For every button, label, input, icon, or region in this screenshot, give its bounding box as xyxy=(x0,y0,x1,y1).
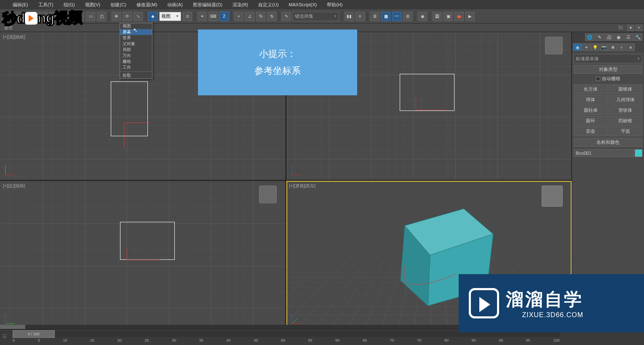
snap-2d-icon[interactable]: 2 xyxy=(219,12,229,21)
menu-custom[interactable]: 自定义(U) xyxy=(256,1,281,9)
tick: 65 xyxy=(363,338,367,344)
render-icon[interactable]: 🫖 xyxy=(454,12,464,21)
pin-icon[interactable]: • xyxy=(636,25,642,31)
pivot-icon[interactable]: ⊙ xyxy=(183,12,192,21)
object-name-input[interactable]: Box001 xyxy=(574,149,634,157)
menu-edit[interactable]: 编辑(E) xyxy=(10,1,31,9)
menu-tools[interactable]: 工具(T) xyxy=(36,1,56,9)
tab-edit-icon[interactable]: ✎ xyxy=(595,33,604,41)
tick: 60 xyxy=(335,338,339,344)
viewcube-icon[interactable] xyxy=(542,186,563,207)
ref-coord-dropdown[interactable]: 视图 xyxy=(159,12,181,21)
btn-sphere[interactable]: 球体 xyxy=(574,95,608,105)
scale-icon[interactable]: ⤡ xyxy=(134,12,143,21)
btn-torus[interactable]: 圆环 xyxy=(574,116,608,126)
move-icon[interactable]: ✥ xyxy=(112,12,121,21)
cursor-icon: ↖ xyxy=(133,27,138,33)
tick: 55 xyxy=(308,338,313,344)
ref-coord-icon[interactable]: ◈ xyxy=(148,12,158,21)
dd-option-local[interactable]: 局部 xyxy=(120,47,152,53)
btn-teapot[interactable]: 茶壶 xyxy=(574,127,608,136)
spinner-snap-icon[interactable]: ⇅ xyxy=(267,12,276,21)
sub-lights-icon[interactable]: 💡 xyxy=(591,43,599,51)
btn-cylinder[interactable]: 圆柱体 xyxy=(574,105,608,115)
graphite-icon[interactable]: ▦ xyxy=(381,12,390,21)
dd-option-grid[interactable]: 栅格 xyxy=(120,59,152,65)
btn-plane[interactable]: 平面 xyxy=(609,127,643,136)
viewcube-icon[interactable] xyxy=(545,37,563,54)
btn-tube[interactable]: 管状体 xyxy=(609,105,643,115)
layer-icon[interactable]: ≣ xyxy=(370,12,379,21)
btn-geosphere[interactable]: 几何球体 xyxy=(609,95,643,105)
rotate-icon[interactable]: ⟳ xyxy=(123,12,132,21)
sub-geometry-icon[interactable]: ◉ xyxy=(573,43,582,51)
curve-editor-icon[interactable]: 〰 xyxy=(392,12,401,21)
brand-play-icon xyxy=(469,288,499,318)
render-frame-icon[interactable]: ▣ xyxy=(444,12,453,21)
tab-display-icon[interactable]: ☰ xyxy=(624,33,633,41)
sub-space-icon[interactable]: ≈ xyxy=(617,43,626,51)
category-dropdown[interactable]: 标准基本体 xyxy=(574,54,642,63)
object-color-swatch[interactable] xyxy=(635,149,642,157)
section-name-color[interactable]: 名称和颜色 xyxy=(574,138,642,147)
menu-view[interactable]: 视图(V) xyxy=(83,1,103,9)
menu-modifier[interactable]: 修改器(M) xyxy=(134,1,160,9)
btn-cone[interactable]: 圆锥体 xyxy=(609,84,643,94)
dd-option-parent[interactable]: 父对象 xyxy=(120,41,152,47)
sub-systems-icon[interactable]: ∗ xyxy=(626,43,635,51)
tick: 25 xyxy=(144,338,149,344)
axis-gizmo-icon xyxy=(4,313,16,325)
dd-option-pick[interactable]: 拾取 xyxy=(120,73,152,78)
sub-shapes-icon[interactable]: ✶ xyxy=(582,43,591,51)
viewcube-icon[interactable] xyxy=(259,186,277,203)
tick: 40 xyxy=(227,338,231,344)
tip-line1: 小提示： xyxy=(259,48,296,60)
btn-box[interactable]: 长方体 xyxy=(574,84,608,94)
btn-pyramid[interactable]: 四棱锥 xyxy=(609,116,643,126)
time-slider[interactable]: 0 / 100 xyxy=(13,330,55,338)
menu-maxscript[interactable]: MAXScript(X) xyxy=(286,1,320,8)
dd-option-working[interactable]: 工作 xyxy=(120,65,152,70)
percent-snap-icon[interactable]: % xyxy=(256,12,265,21)
trackbar-icon[interactable]: ☳ xyxy=(3,334,7,339)
named-selection-dropdown[interactable]: 键选择集 xyxy=(293,12,339,21)
play-icon xyxy=(25,12,38,25)
tab-globe-icon[interactable]: 🌐 xyxy=(585,33,594,41)
sub-cameras-icon[interactable]: 📷 xyxy=(600,43,608,51)
auto-grid-checkbox[interactable] xyxy=(596,77,600,81)
tab-motion-icon[interactable]: ◉ xyxy=(614,33,623,41)
tab-util-icon[interactable]: 🔧 xyxy=(633,33,643,41)
edit-named-sel-icon[interactable]: ✎ xyxy=(282,12,291,21)
collapse-icon[interactable]: ▾ xyxy=(627,25,634,31)
keyboard-icon[interactable]: ⌨ xyxy=(208,12,218,21)
auto-grid-label: 自动栅格 xyxy=(602,75,620,82)
window-crossing-icon[interactable]: ◫ xyxy=(97,12,106,21)
snap-toggle-icon[interactable]: ⌖ xyxy=(234,12,243,21)
dd-option-world[interactable]: 世界 xyxy=(120,35,152,41)
menu-render[interactable]: 渲染(R) xyxy=(230,1,251,9)
tick: 70 xyxy=(390,338,394,344)
select-manipulate-icon[interactable]: ✦ xyxy=(198,12,207,21)
menu-help[interactable]: 帮助(H) xyxy=(324,1,345,9)
mirror-icon[interactable]: ▮▮ xyxy=(345,12,354,21)
axis-gizmo-icon xyxy=(290,313,303,325)
section-object-type[interactable]: 对象类型 xyxy=(574,65,642,74)
render-setup-icon[interactable]: 🖼 xyxy=(433,12,442,21)
tick: 30 xyxy=(172,338,176,344)
menu-graph[interactable]: 图形编辑器(D) xyxy=(190,1,225,9)
tab-hier-icon[interactable]: 品 xyxy=(604,33,614,41)
sub-helpers-icon[interactable]: ❋ xyxy=(609,43,617,51)
dd-option-gimbal[interactable]: 万向 xyxy=(120,53,152,59)
material-icon[interactable]: ◉ xyxy=(418,12,427,21)
select-region-icon[interactable]: ▭ xyxy=(86,12,95,21)
schematic-icon[interactable]: ⊞ xyxy=(403,12,412,21)
viewport-left[interactable]: [+][左][线框] xyxy=(0,181,286,329)
tick: 35 xyxy=(199,338,203,344)
angle-snap-icon[interactable]: ∠ xyxy=(245,12,254,21)
menu-create[interactable]: 创建(C) xyxy=(108,1,128,9)
align-icon[interactable]: ≡ xyxy=(355,12,365,21)
render-prod-icon[interactable]: ▶ xyxy=(465,12,475,21)
menu-anim[interactable]: 动画(A) xyxy=(165,1,185,9)
tick: 100 xyxy=(553,338,560,344)
watermark-text: ng视频 xyxy=(37,9,82,26)
